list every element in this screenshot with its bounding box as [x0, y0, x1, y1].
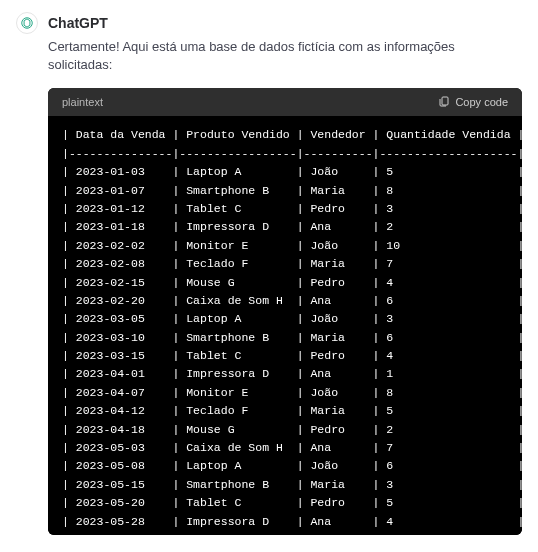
copy-code-button[interactable]: Copy code: [438, 95, 508, 109]
message-header: ChatGPT: [16, 12, 522, 34]
clipboard-icon: [438, 95, 450, 109]
copy-code-label: Copy code: [455, 96, 508, 108]
language-label: plaintext: [62, 96, 103, 108]
intro-text: Certamente! Aqui está uma base de dados …: [48, 38, 522, 74]
code-body: | Data da Venda | Produto Vendido | Vend…: [48, 116, 522, 535]
code-block-header: plaintext Copy code: [48, 88, 522, 116]
svg-rect-1: [442, 97, 448, 105]
chatgpt-logo-icon: [16, 12, 38, 34]
brand-name: ChatGPT: [48, 15, 108, 31]
code-block: plaintext Copy code | Data da Venda | Pr…: [48, 88, 522, 535]
